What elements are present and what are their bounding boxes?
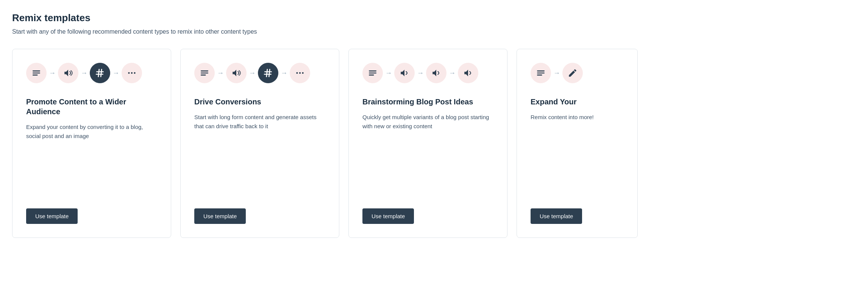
arrow-5: →	[249, 69, 256, 77]
megaphone-icon-3b	[431, 68, 441, 78]
icon-chain-2: → → →	[194, 63, 325, 83]
svg-point-9	[134, 72, 135, 74]
arrow-9: →	[449, 69, 456, 77]
dots-icon-circle-2	[290, 63, 310, 83]
use-template-button-4[interactable]: Use template	[531, 208, 582, 224]
svg-line-13	[267, 69, 267, 77]
use-template-button-2[interactable]: Use template	[194, 208, 246, 224]
arrow-10: →	[553, 69, 560, 77]
hashtag-icon-circle-2	[258, 63, 278, 83]
svg-line-4	[101, 69, 101, 77]
lines-icon-circle	[26, 63, 47, 83]
lines-icon-circle-4	[531, 63, 551, 83]
lines-icon-2	[200, 68, 209, 78]
lines-icon-3	[368, 68, 378, 78]
page-subtitle: Start with any of the following recommen…	[12, 28, 856, 35]
card-4-description: Remix content into more!	[531, 113, 624, 196]
megaphone-icon-circle-2	[226, 63, 247, 83]
arrow-8: →	[417, 69, 424, 77]
template-card-4: → Expand Your Remix content into more! U…	[517, 49, 638, 238]
megaphone-icon-circle-3a	[394, 63, 415, 83]
card-2-description: Start with long form content and generat…	[194, 113, 325, 196]
hashtag-icon-circle	[90, 63, 110, 83]
lines-icon-circle-3	[362, 63, 383, 83]
svg-point-19	[302, 72, 303, 74]
template-card-3: → → → Brainstormi	[348, 49, 507, 238]
lines-icon-4	[536, 68, 546, 78]
megaphone-icon-2	[231, 68, 241, 78]
hashtag-icon	[95, 68, 105, 78]
svg-point-18	[299, 72, 301, 74]
use-template-button-3[interactable]: Use template	[362, 208, 414, 224]
arrow-1: →	[49, 69, 56, 77]
template-card-1: → → →	[12, 49, 171, 238]
card-1-description: Expand your content by converting it to …	[26, 123, 157, 196]
icon-chain-4: →	[531, 63, 624, 83]
card-3-description: Quickly get multiple variants of a blog …	[362, 113, 493, 196]
use-template-button-1[interactable]: Use template	[26, 208, 78, 224]
lines-icon	[31, 68, 41, 78]
pencil-icon	[568, 68, 578, 78]
megaphone-icon-circle-3c	[458, 63, 478, 83]
arrow-6: →	[281, 69, 287, 77]
svg-line-14	[269, 69, 270, 77]
dots-icon-2	[295, 68, 305, 78]
card-4-title: Expand Your	[531, 97, 624, 107]
svg-point-7	[128, 72, 130, 74]
arrow-2: →	[81, 69, 87, 77]
cards-container: → → →	[12, 49, 856, 238]
page-title: Remix templates	[12, 12, 856, 24]
megaphone-icon-circle-3b	[426, 63, 446, 83]
card-2-title: Drive Conversions	[194, 97, 325, 107]
megaphone-icon	[63, 68, 73, 78]
pencil-icon-circle	[562, 63, 583, 83]
lines-icon-circle-2	[194, 63, 215, 83]
svg-point-17	[296, 72, 298, 74]
template-card-2: → → →	[180, 49, 339, 238]
hashtag-icon-2	[263, 68, 273, 78]
dots-icon	[127, 68, 137, 78]
svg-point-8	[131, 72, 133, 74]
svg-line-3	[98, 69, 99, 77]
arrow-3: →	[112, 69, 119, 77]
card-3-title: Brainstorming Blog Post Ideas	[362, 97, 493, 107]
megaphone-icon-circle	[58, 63, 78, 83]
megaphone-icon-3a	[400, 68, 409, 78]
dots-icon-circle	[122, 63, 142, 83]
card-1-title: Promote Content to a Wider Audience	[26, 97, 157, 116]
icon-chain-1: → → →	[26, 63, 157, 83]
megaphone-icon-3c	[463, 68, 473, 78]
icon-chain-3: → → →	[362, 63, 493, 83]
arrow-7: →	[385, 69, 392, 77]
arrow-4: →	[217, 69, 224, 77]
